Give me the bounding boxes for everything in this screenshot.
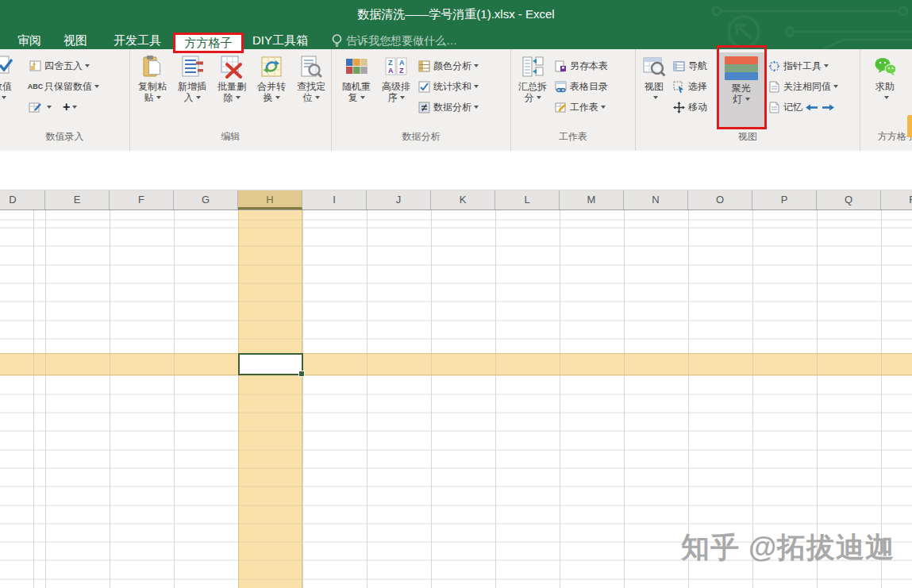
table-pencil-icon: [29, 101, 42, 113]
tab-fangfanggezi[interactable]: 方方格子: [173, 33, 244, 53]
magnifier-doc-icon: [299, 52, 323, 81]
group-data-analysis: 随机重 复 Z A A Z 高级排 序: [332, 49, 511, 151]
tab-fangfanggezi-label: 方方格子: [185, 36, 233, 49]
insert-rows-button[interactable]: 新增插 入: [172, 52, 212, 103]
column-header-R[interactable]: R: [881, 190, 912, 209]
dropdown-caret-icon: [474, 106, 479, 109]
view-stack-2: 指针工具 关注相同值: [768, 56, 860, 117]
pointer-tools-button[interactable]: 指针工具: [768, 56, 860, 76]
follow-same-value-button[interactable]: 关注相同值: [768, 76, 860, 97]
wechat-icon: [873, 52, 897, 81]
dropdown-caret-icon: [236, 96, 241, 99]
button-label: 贴: [144, 92, 154, 103]
back-arrow-icon[interactable]: [806, 102, 818, 113]
keep-values-button[interactable]: ABC 只保留数值: [29, 76, 129, 97]
advanced-sort-button[interactable]: Z A A Z 高级排 序: [376, 52, 416, 103]
button-label: 视图: [645, 81, 664, 92]
round-button[interactable]: 四舍五入: [29, 56, 129, 76]
tell-me-box[interactable]: 告诉我您想要做什么…: [346, 32, 457, 49]
document-icon: [768, 80, 781, 93]
tab-diy-toolbox[interactable]: DIY工具箱: [252, 32, 308, 49]
group-fangfanggezi: 求助 方方格子: [860, 49, 912, 151]
button-label: 查找定: [297, 81, 325, 92]
copy-paste-button[interactable]: 复制粘 贴: [133, 52, 172, 103]
column-header-Q[interactable]: Q: [817, 190, 881, 209]
table-magnifier-icon: [642, 52, 666, 81]
group-label-edit: 编辑: [130, 130, 331, 144]
memory-button[interactable]: 记忆: [768, 97, 860, 117]
merge-convert-button[interactable]: 合并转 换: [252, 52, 291, 103]
group-label-numeric-entry: 数值录入: [0, 130, 129, 144]
analysis-stack: 颜色分析 统计求和: [418, 56, 506, 117]
column-header-F[interactable]: F: [110, 190, 174, 209]
tab-review[interactable]: 审阅: [17, 32, 41, 49]
spotlight-button-inner: 聚光 灯: [722, 54, 761, 105]
clipped-ribbon-icon: [907, 115, 912, 137]
column-header-H[interactable]: H: [238, 190, 302, 209]
edit-fill-row: +: [29, 97, 129, 117]
column-header-J[interactable]: J: [367, 190, 431, 209]
button-label: 移动: [688, 101, 707, 114]
column-header-M[interactable]: M: [560, 190, 624, 209]
forward-arrow-icon[interactable]: [822, 102, 834, 113]
column-header-G[interactable]: G: [174, 190, 238, 209]
svg-text:Z: Z: [388, 59, 393, 67]
batch-delete-button[interactable]: 批量删 除: [212, 52, 252, 103]
dropdown-caret-icon: [601, 106, 606, 109]
button-label: 汇总拆: [518, 81, 547, 92]
move-arrows-icon: [672, 101, 686, 113]
dropdown-caret-icon[interactable]: [72, 106, 77, 109]
keep-value-partial-button[interactable]: 数值: [0, 52, 25, 103]
help-button[interactable]: 求助: [867, 52, 903, 103]
column-header-N[interactable]: N: [624, 190, 688, 209]
color-analysis-button[interactable]: 颜色分析: [418, 56, 506, 76]
color-grid-icon: [344, 52, 368, 81]
worksheet-button[interactable]: 工作表: [554, 97, 633, 117]
svg-text:A: A: [388, 67, 394, 75]
button-label: 换: [264, 92, 273, 103]
select-cursor-icon: [672, 80, 686, 93]
save-as-icon: [554, 60, 568, 72]
button-label: 除: [224, 92, 233, 103]
data-analysis-button[interactable]: 数据分析: [418, 97, 506, 117]
button-label: 统计求和: [433, 80, 471, 94]
document-icon: [768, 101, 781, 113]
dropdown-caret-icon: [94, 85, 99, 88]
column-header-K[interactable]: K: [431, 190, 495, 209]
tab-developer[interactable]: 开发工具: [114, 32, 161, 49]
column-header-O[interactable]: O: [688, 190, 752, 209]
button-label: 位: [303, 92, 313, 103]
merge-arrows-icon: [260, 52, 283, 81]
view-button[interactable]: 视图: [637, 52, 671, 103]
window-title: 数据清洗——学号消重(1).xlsx - Excel: [0, 7, 912, 22]
dropdown-caret-icon[interactable]: [47, 106, 52, 109]
column-header-D[interactable]: D: [0, 190, 45, 209]
find-locate-button[interactable]: 查找定 位: [291, 52, 331, 103]
navigation-button[interactable]: 导航: [672, 56, 718, 76]
table-toc-button[interactable]: 表格目录: [554, 76, 633, 97]
dropdown-caret-icon: [400, 96, 405, 99]
nav-table-icon: [672, 60, 686, 72]
dropdown-caret-icon: [360, 96, 365, 99]
plus-button[interactable]: +: [63, 100, 70, 114]
button-label: 聚光: [732, 83, 751, 94]
column-header-L[interactable]: L: [495, 190, 560, 209]
select-button[interactable]: 选择: [672, 76, 718, 97]
active-cell[interactable]: [238, 353, 303, 375]
random-repeat-button[interactable]: 随机重 复: [337, 52, 376, 103]
summary-split-button[interactable]: 汇总拆 分: [513, 52, 552, 103]
dropdown-caret-icon: [85, 64, 90, 67]
pointer-tools-icon: [768, 60, 781, 72]
column-header-I[interactable]: I: [302, 190, 367, 209]
tab-view[interactable]: 视图: [63, 32, 87, 49]
column-header-E[interactable]: E: [45, 190, 110, 209]
button-label: 导航: [688, 60, 707, 73]
save-sheet-button[interactable]: 另存本表: [554, 56, 633, 76]
spotlight-button[interactable]: 聚光 灯: [719, 52, 764, 129]
dropdown-caret-icon: [653, 96, 658, 99]
move-button[interactable]: 移动: [672, 97, 718, 117]
button-label: 合并转: [257, 81, 286, 92]
stats-sum-button[interactable]: 统计求和: [418, 76, 506, 97]
dropdown-caret-icon: [833, 85, 838, 88]
column-header-P[interactable]: P: [752, 190, 817, 209]
